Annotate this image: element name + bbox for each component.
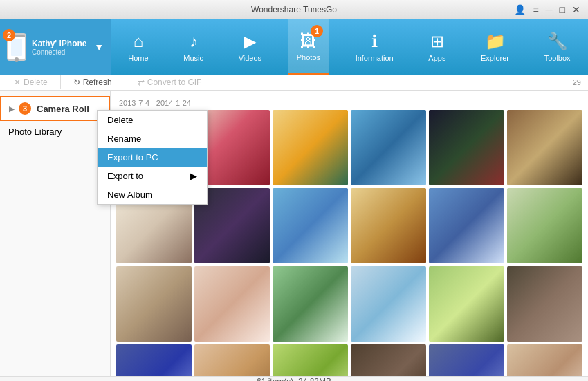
content-wrapper: ✕ Delete ↻ Refresh ⇄ Convert to GIF 29 ▶…	[0, 75, 588, 381]
context-menu-new-album[interactable]: New Album	[98, 185, 207, 204]
nav-home[interactable]: ⌂ Home	[120, 19, 156, 75]
photo-thumb[interactable]	[351, 266, 426, 342]
app-title: Wondershare TunesGo	[251, 5, 337, 15]
nav-explorer-label: Explorer	[481, 54, 509, 62]
nav-photos[interactable]: 🖼 Photos 1	[288, 19, 329, 75]
nav-apps-label: Apps	[428, 54, 445, 62]
nav-toolbox[interactable]: 🔧 Toolbox	[536, 19, 579, 75]
camera-roll-label: Camera Roll	[37, 104, 89, 114]
photo-thumb[interactable]	[429, 110, 504, 185]
sidebar: ▶ 3 Camera Roll Photo Library Delete Ren…	[0, 91, 111, 376]
nav-home-label: Home	[128, 54, 148, 62]
nav-toolbox-label: Toolbox	[544, 54, 571, 62]
photo-thumb[interactable]	[507, 110, 582, 185]
toolbar-sep-1	[60, 75, 61, 89]
menu-icon[interactable]: ≡	[531, 4, 540, 15]
photo-thumb[interactable]	[273, 266, 348, 342]
main-area: ▶ 3 Camera Roll Photo Library Delete Ren…	[0, 91, 588, 376]
photo-library-label: Photo Library	[8, 127, 62, 137]
sidebar-item-camera-roll[interactable]: ▶ 3 Camera Roll	[0, 96, 110, 121]
maximize-icon[interactable]: □	[558, 4, 567, 15]
context-menu-export-to-pc[interactable]: Export to PC	[98, 148, 207, 167]
delete-button[interactable]: ✕ Delete	[7, 75, 55, 90]
device-name: Kathy' iPhone	[32, 39, 89, 48]
photo-thumb[interactable]	[194, 344, 270, 376]
nav-explorer[interactable]: 📁 Explorer	[472, 19, 517, 75]
photos-nav-badge: 1	[311, 25, 323, 37]
photo-thumb[interactable]	[351, 344, 426, 376]
photo-thumb[interactable]	[351, 188, 426, 263]
context-menu-export-to[interactable]: Export to ▶	[98, 167, 207, 185]
submenu-arrow: ▶	[190, 171, 197, 181]
nav-information[interactable]: ℹ Information	[347, 19, 402, 75]
device-panel[interactable]: 2 Kathy' iPhone Connected ▼	[0, 19, 111, 75]
photo-thumb[interactable]	[116, 344, 192, 376]
info-icon: ℹ	[371, 32, 378, 51]
nav-apps[interactable]: ⊞ Apps	[420, 19, 454, 75]
nav-information-label: Information	[356, 54, 394, 62]
device-info: Kathy' iPhone Connected	[32, 39, 89, 56]
delete-icon: ✕	[14, 77, 21, 87]
toolbox-icon: 🔧	[547, 32, 568, 51]
toolbar: ✕ Delete ↻ Refresh ⇄ Convert to GIF 29	[0, 75, 588, 91]
photo-thumb[interactable]	[351, 110, 426, 185]
photo-thumb[interactable]	[507, 344, 582, 376]
explorer-icon: 📁	[485, 32, 506, 51]
music-icon: ♪	[190, 32, 198, 51]
photo-thumb[interactable]	[429, 344, 504, 376]
nav-videos-label: Videos	[239, 54, 261, 62]
sidebar-step-badge: 3	[19, 102, 31, 115]
title-bar: Wondershare TunesGo 👤 ≡ ─ □ ✕	[0, 0, 588, 19]
nav-music-label: Music	[183, 54, 203, 62]
nav-videos[interactable]: ▶ Videos	[230, 19, 270, 75]
photo-thumb[interactable]	[116, 266, 192, 342]
photo-thumb[interactable]	[273, 188, 348, 263]
device-dropdown-arrow[interactable]: ▼	[94, 41, 104, 53]
date-header: 2013-7-4 - 2014-1-24	[116, 96, 582, 110]
photo-thumb[interactable]	[507, 188, 582, 263]
device-status: Connected	[32, 48, 89, 56]
toolbar-sep-2	[125, 75, 125, 89]
context-menu: Delete Rename Export to PC Export to ▶ N…	[97, 110, 208, 205]
photo-thumb[interactable]	[194, 266, 270, 342]
home-icon: ⌂	[134, 32, 144, 51]
photo-thumb[interactable]	[507, 266, 582, 342]
nav-bar: 2 Kathy' iPhone Connected ▼ ⌂ Home ♪ Mus…	[0, 19, 588, 75]
toolbar-count: 29	[573, 78, 581, 86]
photo-thumb[interactable]	[429, 188, 504, 263]
convert-gif-button[interactable]: ⇄ Convert to GIF	[131, 75, 209, 90]
context-menu-delete[interactable]: Delete	[98, 111, 207, 129]
nav-music[interactable]: ♪ Music	[175, 19, 212, 75]
photo-thumb[interactable]	[273, 344, 348, 376]
status-bar: 61 item(s), 24.83MB	[0, 376, 588, 381]
window-controls: 👤 ≡ ─ □ ✕	[512, 4, 582, 15]
device-badge: 2	[3, 29, 15, 41]
video-icon: ▶	[244, 32, 256, 51]
photo-thumb[interactable]	[429, 266, 504, 342]
apps-icon: ⊞	[430, 32, 444, 51]
convert-icon: ⇄	[138, 77, 145, 87]
nav-photos-label: Photos	[297, 53, 320, 62]
camera-roll-arrow: ▶	[9, 105, 15, 113]
close-icon[interactable]: ✕	[570, 4, 582, 15]
status-text: 61 item(s), 24.83MB	[257, 377, 331, 381]
refresh-icon: ↻	[73, 77, 80, 87]
sidebar-item-photo-library[interactable]: Photo Library	[0, 121, 110, 142]
user-icon[interactable]: 👤	[512, 4, 528, 15]
nav-items: ⌂ Home ♪ Music ▶ Videos 🖼 Photos 1 ℹ Inf…	[111, 19, 588, 75]
photo-thumb[interactable]	[273, 110, 348, 185]
context-menu-rename[interactable]: Rename	[98, 129, 207, 148]
refresh-button[interactable]: ↻ Refresh	[66, 75, 119, 90]
minimize-icon[interactable]: ─	[544, 4, 555, 15]
